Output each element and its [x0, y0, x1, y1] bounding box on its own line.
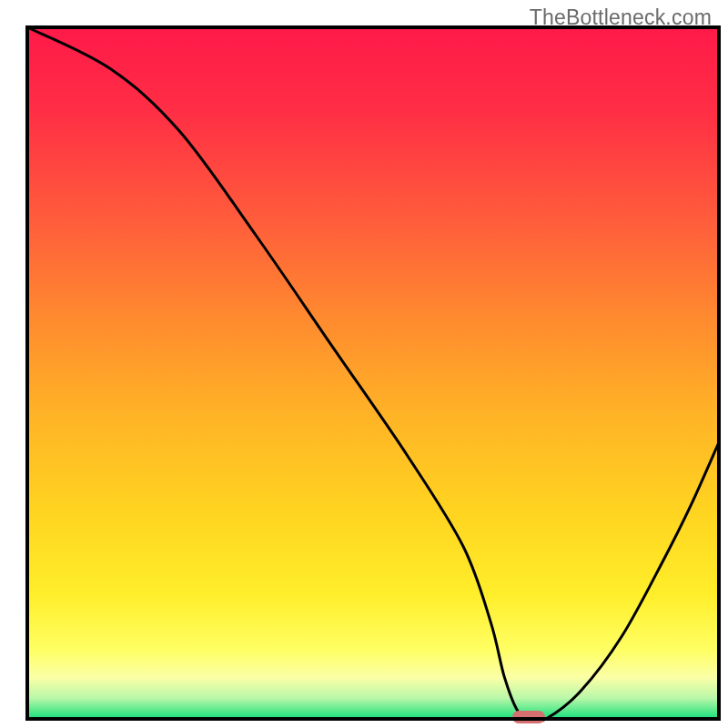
watermark-text: TheBottleneck.com [530, 5, 712, 30]
bottleneck-chart: TheBottleneck.com [0, 0, 728, 728]
chart-svg [0, 0, 728, 728]
plot-background [27, 27, 719, 719]
